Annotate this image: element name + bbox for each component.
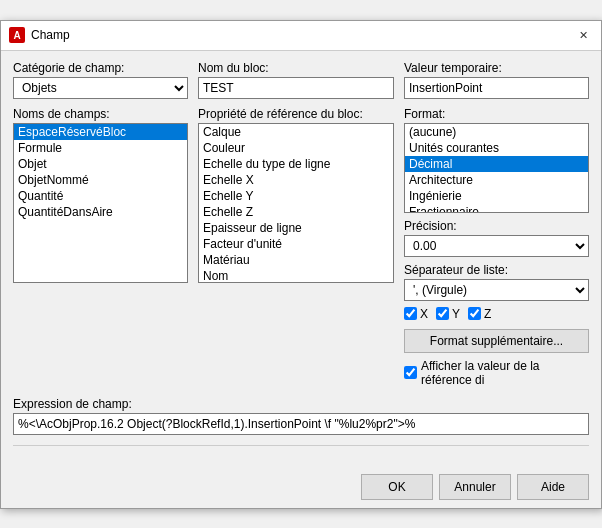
format-list[interactable]: (aucune) Unités courantes Décimal Archit… xyxy=(404,123,589,213)
list-item[interactable]: Architecture xyxy=(405,172,588,188)
list-item[interactable]: Nom xyxy=(199,268,393,283)
list-item[interactable]: Echelle X xyxy=(199,172,393,188)
nom-bloc-label: Nom du bloc: xyxy=(198,61,394,75)
list-item[interactable]: Echelle Z xyxy=(199,204,393,220)
middle-row: Noms de champs: EspaceRéservéBloc Formul… xyxy=(13,107,589,387)
propriete-list[interactable]: Calque Couleur Echelle du type de ligne … xyxy=(198,123,394,283)
expression-section: Expression de champ: xyxy=(13,397,589,435)
separator-row: Séparateur de liste: ', (Virgule) xyxy=(404,263,589,301)
nom-bloc-col: Nom du bloc: xyxy=(198,61,394,99)
precision-label: Précision: xyxy=(404,219,589,233)
expression-input[interactable] xyxy=(13,413,589,435)
ok-button[interactable]: OK xyxy=(361,474,433,500)
propriete-label: Propriété de référence du bloc: xyxy=(198,107,394,121)
checkbox-x-item: X xyxy=(404,307,428,321)
precision-select[interactable]: 0.00 xyxy=(404,235,589,257)
close-button[interactable]: ✕ xyxy=(573,25,593,45)
checkbox-z[interactable] xyxy=(468,307,481,320)
noms-champs-section: Noms de champs: EspaceRéservéBloc Formul… xyxy=(13,107,188,387)
checkbox-z-item: Z xyxy=(468,307,491,321)
list-item[interactable]: Matériau xyxy=(199,252,393,268)
checkbox-y[interactable] xyxy=(436,307,449,320)
format-label: Format: xyxy=(404,107,589,121)
annuler-button[interactable]: Annuler xyxy=(439,474,511,500)
divider xyxy=(13,445,589,446)
main-window: A Champ ✕ Catégorie de champ: Objets Nom… xyxy=(0,20,602,509)
title-bar-controls: ✕ xyxy=(573,25,593,45)
list-item[interactable]: Décimal xyxy=(405,156,588,172)
checkbox-z-label: Z xyxy=(484,307,491,321)
checkbox-x-label: X xyxy=(420,307,428,321)
list-item[interactable]: Calque xyxy=(199,124,393,140)
separator-label: Séparateur de liste: xyxy=(404,263,589,277)
categorie-select[interactable]: Objets xyxy=(13,77,188,99)
dialog-content: Catégorie de champ: Objets Nom du bloc: … xyxy=(1,51,601,466)
checkbox-y-item: Y xyxy=(436,307,460,321)
valeur-temp-label: Valeur temporaire: xyxy=(404,61,589,75)
valeur-temp-input[interactable] xyxy=(404,77,589,99)
valeur-temp-col: Valeur temporaire: xyxy=(404,61,589,99)
list-item[interactable]: Echelle du type de ligne xyxy=(199,156,393,172)
list-item[interactable]: Facteur d'unité xyxy=(199,236,393,252)
nom-bloc-input[interactable] xyxy=(198,77,394,99)
categorie-col: Catégorie de champ: Objets xyxy=(13,61,188,99)
afficher-label: Afficher la valeur de la référence di xyxy=(421,359,589,387)
list-item[interactable]: QuantitéDansAire xyxy=(14,204,187,220)
list-item[interactable]: Echelle Y xyxy=(199,188,393,204)
checkbox-y-label: Y xyxy=(452,307,460,321)
list-item[interactable]: ObjetNommé xyxy=(14,172,187,188)
noms-champs-label: Noms de champs: xyxy=(13,107,188,121)
list-item[interactable]: Quantité xyxy=(14,188,187,204)
checkboxes-row: X Y Z xyxy=(404,307,589,321)
noms-champs-list[interactable]: EspaceRéservéBloc Formule Objet ObjetNom… xyxy=(13,123,188,283)
propriete-section: Propriété de référence du bloc: Calque C… xyxy=(198,107,394,387)
top-row: Catégorie de champ: Objets Nom du bloc: … xyxy=(13,61,589,99)
list-item[interactable]: Epaisseur de ligne xyxy=(199,220,393,236)
list-item[interactable]: Formule xyxy=(14,140,187,156)
title-bar-left: A Champ xyxy=(9,27,70,43)
categorie-label: Catégorie de champ: xyxy=(13,61,188,75)
separator-select[interactable]: ', (Virgule) xyxy=(404,279,589,301)
list-item[interactable]: Ingénierie xyxy=(405,188,588,204)
afficher-row: Afficher la valeur de la référence di xyxy=(404,359,589,387)
afficher-checkbox[interactable] xyxy=(404,366,417,379)
app-icon: A xyxy=(9,27,25,43)
list-item[interactable]: Fractionnaire xyxy=(405,204,588,213)
expression-label: Expression de champ: xyxy=(13,397,589,411)
list-item[interactable]: (aucune) xyxy=(405,124,588,140)
list-item[interactable]: EspaceRéservéBloc xyxy=(14,124,187,140)
title-bar: A Champ ✕ xyxy=(1,21,601,51)
format-supp-button[interactable]: Format supplémentaire... xyxy=(404,329,589,353)
footer: OK Annuler Aide xyxy=(1,466,601,508)
format-section: Format: (aucune) Unités courantes Décima… xyxy=(404,107,589,387)
checkbox-x[interactable] xyxy=(404,307,417,320)
list-item[interactable]: Couleur xyxy=(199,140,393,156)
window-title: Champ xyxy=(31,28,70,42)
list-item[interactable]: Unités courantes xyxy=(405,140,588,156)
precision-row: Précision: 0.00 xyxy=(404,219,589,257)
list-item[interactable]: Objet xyxy=(14,156,187,172)
aide-button[interactable]: Aide xyxy=(517,474,589,500)
